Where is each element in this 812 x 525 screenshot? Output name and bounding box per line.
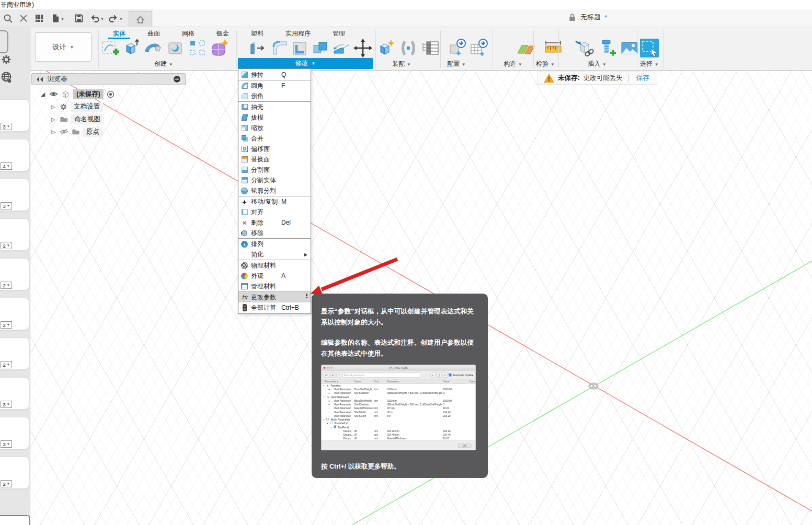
press-pull-icon[interactable] bbox=[247, 38, 268, 59]
form-icon[interactable] bbox=[209, 38, 230, 59]
menu-item-draft[interactable]: 拔模 bbox=[238, 112, 311, 123]
save-button[interactable]: 保存 bbox=[629, 72, 657, 84]
menu-item-appearance[interactable]: 外观A bbox=[238, 271, 311, 281]
browser-item-label[interactable]: 文档设置 bbox=[71, 102, 103, 112]
new-file-caret-icon[interactable]: ▼ bbox=[61, 17, 64, 21]
version-dropdown[interactable]: 3▼ bbox=[1, 440, 12, 448]
browser-root-row[interactable]: ◢ (未保存) bbox=[40, 88, 188, 100]
menu-item-shell[interactable]: 抽壳 bbox=[238, 102, 311, 112]
configuration-icon[interactable] bbox=[447, 38, 468, 59]
data-panel-card[interactable]: 2▼ bbox=[0, 218, 29, 251]
menu-item-press-pull[interactable]: 推拉Q bbox=[238, 69, 311, 80]
modify-group-header[interactable]: 修改 ▼ bbox=[238, 58, 373, 69]
selected-card-frame[interactable] bbox=[0, 515, 30, 525]
combine-large-icon[interactable] bbox=[310, 38, 331, 59]
group-label-3[interactable]: 配置 ▼ bbox=[431, 60, 482, 68]
browser-item-origin[interactable]: ▷ 原点 bbox=[50, 125, 188, 138]
search-icon[interactable] bbox=[3, 14, 13, 23]
menu-item-chamfer[interactable]: 倒角 bbox=[238, 91, 311, 101]
ribbon-tab-0[interactable]: 实体 bbox=[102, 28, 136, 39]
browser-header[interactable]: 浏览器 bbox=[31, 73, 186, 85]
group-label-2[interactable]: 装配 ▼ bbox=[376, 60, 427, 68]
data-panel-card[interactable]: 2▼ bbox=[0, 457, 29, 489]
data-panel-card[interactable]: 2▼ bbox=[0, 258, 29, 290]
menu-item-split-body[interactable]: 分割实体 bbox=[238, 175, 311, 185]
version-dropdown[interactable]: 4▼ bbox=[1, 162, 12, 170]
menu-item-split-face[interactable]: 分割面 bbox=[238, 165, 311, 175]
menu-item-replace-face[interactable]: 替换面 bbox=[238, 154, 311, 165]
root-document-label[interactable]: (未保存) bbox=[73, 89, 104, 99]
ribbon-tab-1[interactable]: 曲面 bbox=[136, 28, 171, 39]
expand-caret-icon[interactable]: ▷ bbox=[50, 104, 56, 110]
menu-item-combine[interactable]: 合并 bbox=[238, 133, 311, 144]
shell-large-icon[interactable] bbox=[289, 38, 310, 59]
data-panel-card[interactable]: 3▼ bbox=[0, 417, 29, 449]
menu-item-compute-all[interactable]: 全部计算Ctrl+B bbox=[238, 302, 311, 313]
menu-item-silhouette-split[interactable]: 轮廓分割 bbox=[238, 185, 311, 196]
version-dropdown[interactable]: 2▼ bbox=[1, 480, 12, 487]
save-icon[interactable] bbox=[74, 14, 84, 23]
version-dropdown[interactable]: 2▼ bbox=[1, 282, 12, 289]
browser-item-document-settings[interactable]: ▷ 文档设置 bbox=[50, 100, 188, 113]
close-icon[interactable] bbox=[19, 14, 28, 23]
menu-item-physical-material[interactable]: 物理材料 bbox=[238, 260, 311, 271]
redo-caret-icon[interactable]: ▼ bbox=[119, 17, 123, 21]
revolve-icon[interactable] bbox=[142, 38, 163, 59]
sketch-icon[interactable] bbox=[100, 38, 121, 59]
browser-item-named-views[interactable]: ▷ 命名视图 bbox=[50, 113, 188, 125]
hole-icon[interactable] bbox=[165, 38, 186, 59]
data-panel-card[interactable]: 2▼ bbox=[0, 337, 29, 370]
move-large-icon[interactable] bbox=[352, 38, 373, 59]
menu-item-offset-face[interactable]: 偏移面 bbox=[238, 144, 311, 154]
ribbon-tab-4[interactable]: 塑料 bbox=[240, 28, 275, 39]
version-dropdown[interactable]: 3▼ bbox=[1, 401, 12, 408]
gear-icon[interactable] bbox=[1, 54, 12, 65]
group-label-5[interactable]: 检验 ▼ bbox=[520, 60, 570, 68]
joint-icon[interactable] bbox=[398, 38, 419, 59]
extrude-icon[interactable] bbox=[121, 38, 142, 59]
expand-caret-icon[interactable]: ▷ bbox=[50, 129, 56, 135]
pattern-icon[interactable] bbox=[187, 38, 208, 59]
ribbon-tab-3[interactable]: 钣金 bbox=[205, 28, 240, 39]
activate-radio-icon[interactable] bbox=[107, 90, 115, 98]
group-label-6[interactable]: 插入 ▼ bbox=[572, 60, 622, 68]
expand-caret-icon[interactable]: ▷ bbox=[50, 116, 56, 122]
undo-icon[interactable] bbox=[90, 14, 99, 23]
ribbon-tab-5[interactable]: 实用程序 bbox=[275, 28, 322, 39]
menu-item-delete[interactable]: ×删除Del bbox=[238, 217, 311, 228]
browser-item-label[interactable]: 原点 bbox=[83, 127, 102, 137]
menu-item-scale[interactable]: 缩放 bbox=[238, 123, 311, 133]
collapse-icon[interactable] bbox=[36, 76, 43, 83]
new-file-icon[interactable] bbox=[51, 14, 60, 23]
undo-caret-icon[interactable]: ▼ bbox=[100, 17, 104, 21]
version-dropdown[interactable]: 2▼ bbox=[1, 361, 12, 368]
group-label-0[interactable]: 创建 ▼ bbox=[139, 60, 189, 68]
data-panel-card[interactable]: 4▼ bbox=[0, 139, 29, 171]
configuration-table-icon[interactable] bbox=[468, 38, 489, 59]
home-tab[interactable] bbox=[129, 11, 152, 27]
data-panel-card[interactable]: 3▼ bbox=[0, 179, 29, 211]
data-panel-card[interactable]: 3▼ bbox=[0, 377, 29, 410]
fillet-large-icon[interactable] bbox=[269, 38, 290, 59]
ribbon-tab-6[interactable]: 管理 bbox=[322, 28, 356, 39]
app-grid-icon[interactable] bbox=[35, 14, 44, 23]
menu-item-change-parameters[interactable]: fx更改参数⋮ bbox=[238, 292, 311, 302]
measure-icon[interactable] bbox=[543, 38, 564, 59]
web-globe-icon[interactable] bbox=[0, 71, 13, 84]
version-dropdown[interactable]: 2▼ bbox=[1, 242, 12, 249]
version-dropdown[interactable]: 3▼ bbox=[1, 123, 12, 130]
eye-icon[interactable] bbox=[49, 90, 58, 98]
menu-item-move-copy[interactable]: +移动/复制M bbox=[238, 196, 311, 207]
insert-derive-icon[interactable] bbox=[574, 38, 595, 59]
version-dropdown[interactable]: 2▼ bbox=[1, 321, 12, 329]
data-panel-card[interactable]: 3▼ bbox=[0, 99, 29, 132]
menu-item-remove[interactable]: 移除 bbox=[238, 228, 311, 238]
split-body-large-icon[interactable] bbox=[331, 38, 352, 59]
menu-item-align[interactable]: 对齐 bbox=[238, 207, 311, 217]
menu-item-arrange[interactable]: ▲排列 bbox=[238, 239, 311, 249]
eye-off-icon[interactable] bbox=[60, 128, 68, 135]
version-dropdown[interactable]: 3▼ bbox=[1, 202, 12, 209]
ribbon-tab-2[interactable]: 网格 bbox=[171, 28, 205, 39]
expand-triangle-icon[interactable]: ◢ bbox=[40, 91, 46, 98]
data-panel-card[interactable]: 2▼ bbox=[0, 298, 29, 330]
